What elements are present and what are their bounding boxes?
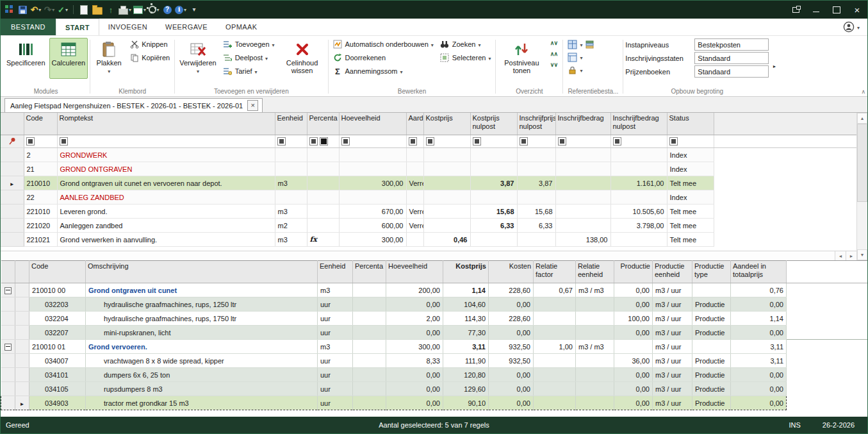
cell-percenta[interactable] <box>353 312 386 326</box>
cell-kostprijs[interactable]: 0,46 <box>423 233 470 247</box>
referentie-tabellen-button[interactable] <box>565 38 597 51</box>
cell-inschrijfbedrag-nulpost[interactable] <box>610 233 667 247</box>
cell-inschrijfbedrag-nulpost[interactable] <box>610 190 667 204</box>
column-header-hoeveelheid[interactable]: Hoeveelheid <box>386 261 443 283</box>
cell-relatie-eenheid[interactable]: m3 / m3 <box>576 340 614 354</box>
cell-romptekst[interactable]: Grond ontgraven uit cunet en vervoeren n… <box>57 176 275 190</box>
filter-cell-status[interactable] <box>667 135 714 148</box>
account-button[interactable] <box>835 19 867 35</box>
row-selector[interactable] <box>15 396 29 410</box>
cell-kosten[interactable]: 932,50 <box>489 354 534 368</box>
plakken-button[interactable]: Plakken <box>92 38 126 79</box>
opbouw-flyout-arrow[interactable] <box>772 62 776 69</box>
cell-omschrijving[interactable]: Grond vervoeren. <box>86 340 318 354</box>
cell-status[interactable]: Telt mee <box>667 219 714 233</box>
row-selector[interactable] <box>1 219 24 233</box>
cell-inschrijfprijs-nulpost[interactable] <box>517 190 555 204</box>
column-header-percenta[interactable]: Percenta <box>307 113 339 135</box>
scrollbar-thumb[interactable] <box>857 124 867 202</box>
customize-toolbar-button[interactable] <box>188 3 200 16</box>
cell-romptekst[interactable]: Leveren grond. <box>57 204 275 219</box>
cell-romptekst[interactable]: AANLEG ZANDBED <box>57 190 275 204</box>
row-selector[interactable] <box>15 326 29 340</box>
cell-status[interactable]: Index <box>667 162 714 176</box>
cell-kostprijs[interactable]: 1,14 <box>443 283 489 297</box>
cell-omschrijving[interactable]: dumpers 6x 6, 25 ton <box>86 368 318 382</box>
bestek-row[interactable]: 221020Aanleggen zandbedm2600,00Verre6,33… <box>1 219 856 233</box>
cell-aard[interactable] <box>406 190 423 204</box>
cell-status[interactable]: Telt mee <box>667 233 714 247</box>
cell-eenheid[interactable]: m3 <box>318 283 353 297</box>
celinhoud-wissen-button[interactable]: Celinhoud wissen <box>279 38 326 79</box>
info-button[interactable]: ▾ <box>175 3 186 16</box>
column-header-eenheid[interactable]: Eenheid <box>318 261 353 283</box>
scroll-down-button[interactable] <box>857 249 867 260</box>
cell-productie[interactable]: 100,00 <box>614 312 653 326</box>
scroll-left-button[interactable] <box>835 251 846 260</box>
bestek-row[interactable]: 21GROND ONTGRAVENIndex <box>1 162 856 176</box>
bestek-row[interactable]: 2GRONDWERKIndex <box>1 148 856 162</box>
tab-invoegen[interactable]: INVOEGEN <box>99 19 156 35</box>
cell-kostprijs[interactable] <box>423 148 470 162</box>
popout-button[interactable] <box>785 1 806 19</box>
cell-productie[interactable]: 0,00 <box>614 326 653 340</box>
cell-romptekst[interactable]: Grond verwerken in aanvulling. <box>57 233 275 247</box>
cell-eenheid[interactable]: m2 <box>275 219 307 233</box>
row-selector[interactable] <box>1 148 24 162</box>
cell-percenta[interactable] <box>353 354 386 368</box>
cell-aandeel[interactable]: 0,00 <box>731 297 787 312</box>
cell-kostprijs[interactable]: 3,11 <box>443 340 489 354</box>
filter-cell-hoeveelheid[interactable] <box>339 135 406 148</box>
cell-productie-type[interactable]: Productie <box>692 312 731 326</box>
cell-kostprijs-nulpost[interactable] <box>470 190 517 204</box>
cell-eenheid[interactable]: m3 <box>318 340 353 354</box>
row-selector[interactable] <box>15 297 29 312</box>
cell-hoeveelheid[interactable]: 200,00 <box>386 283 443 297</box>
column-header-romptekst[interactable]: Romptekst <box>57 113 275 135</box>
filter-cell-percenta[interactable] <box>307 135 339 148</box>
cell-aandeel[interactable]: 1,14 <box>731 312 787 326</box>
calculatie-row[interactable]: 032204hydraulische graafmachines, rups, … <box>1 312 868 326</box>
instapniveaus-combobox[interactable]: Bestekposten <box>694 38 769 51</box>
print-button[interactable]: ▾ <box>119 3 131 16</box>
cell-aard[interactable]: Verre <box>406 219 423 233</box>
cell-kostprijs[interactable]: 114,30 <box>443 312 489 326</box>
column-header-productie-type[interactable]: Productie type <box>692 261 731 283</box>
bestek-row[interactable]: 22AANLEG ZANDBEDIndex <box>1 190 856 204</box>
cell-inschrijfbedrag[interactable] <box>555 162 610 176</box>
cell-percenta[interactable] <box>307 148 339 162</box>
cell-kostprijs[interactable]: 104,60 <box>443 297 489 312</box>
expand-cell[interactable] <box>1 297 15 312</box>
bestek-row[interactable]: 210010Grond ontgraven uit cunet en vervo… <box>1 176 856 190</box>
cell-romptekst[interactable]: GRONDWERK <box>57 148 275 162</box>
column-header-kostprijs[interactable]: Kostprijs <box>423 113 470 135</box>
cell-status[interactable]: Index <box>667 148 714 162</box>
expand-cell[interactable] <box>1 283 15 297</box>
open-folder-button[interactable] <box>92 3 103 16</box>
cell-hoeveelheid[interactable] <box>339 162 406 176</box>
cell-kostprijs[interactable] <box>423 190 470 204</box>
cell-hoeveelheid[interactable]: 300,00 <box>386 340 443 354</box>
cell-eenheid[interactable]: m3 <box>275 176 307 190</box>
row-selector[interactable] <box>15 354 29 368</box>
cell-productie[interactable]: 0,00 <box>614 368 653 382</box>
calculatie-row[interactable]: 210010 00Grond ontgraven uit cunetm3200,… <box>1 283 868 297</box>
cell-code[interactable]: 221020 <box>24 219 57 233</box>
cell-inschrijfbedrag[interactable] <box>555 204 610 219</box>
toevoegen-button[interactable]: Toevoegen <box>220 38 277 51</box>
column-header-eenheid[interactable]: Eenheid <box>275 113 307 135</box>
specificeren-button[interactable]: Specificeren <box>4 38 48 79</box>
cell-percenta[interactable] <box>353 283 386 297</box>
cell-kosten[interactable]: 0,00 <box>489 326 534 340</box>
column-header-inschrijfbedrag-nulpost[interactable]: Inschrijfbedrag nulpost <box>610 113 667 135</box>
cell-productie[interactable]: 0,00 <box>614 297 653 312</box>
cell-relatie-eenheid[interactable] <box>576 396 614 410</box>
cell-hoeveelheid[interactable]: 300,00 <box>339 176 406 190</box>
cell-eenheid[interactable]: uur <box>318 368 353 382</box>
column-header-relatie-eenheid[interactable]: Relatie eenheid <box>576 261 614 283</box>
cell-productie-type[interactable]: Productie <box>692 354 731 368</box>
column-header-kostprijs[interactable]: Kostprijs <box>443 261 489 283</box>
cell-omschrijving[interactable]: hydraulische graafmachines, rups, 1750 l… <box>86 312 318 326</box>
cell-inschrijfprijs-nulpost[interactable] <box>517 148 555 162</box>
expand-cell[interactable] <box>1 354 15 368</box>
